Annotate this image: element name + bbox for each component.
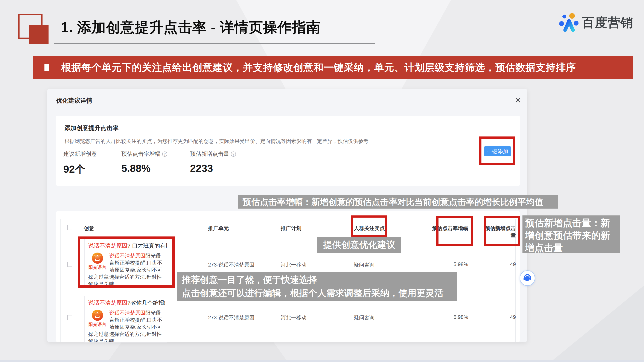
cell-selling-point: 疑问咨询 bbox=[354, 261, 374, 268]
slide-canvas: 1. 添加创意提升点击率 - 详情页操作指南 百度营销 根据每个单元下的关注点给… bbox=[0, 0, 644, 362]
advertiser-logo: 言 阳光语言 bbox=[88, 309, 107, 328]
cell-new-clicks: 49 bbox=[483, 314, 516, 320]
row-checkbox[interactable] bbox=[67, 315, 72, 320]
page-title: 1. 添加创意提升点击率 - 详情页操作指南 bbox=[61, 18, 320, 37]
stat-ctr-lift: 预估点击率增幅 ? 5.88% bbox=[121, 150, 167, 174]
select-all-checkbox[interactable] bbox=[67, 225, 72, 230]
stat-value: 2233 bbox=[190, 162, 236, 174]
headset-chat-icon bbox=[523, 273, 532, 283]
stat-divider bbox=[105, 151, 105, 181]
stat-value: 92个 bbox=[63, 162, 97, 176]
col-header-creative: 创意 bbox=[84, 225, 94, 232]
bg-bottom-strip bbox=[0, 360, 644, 362]
logo-glyph-icon: 言 bbox=[92, 310, 103, 321]
chat-support-button[interactable] bbox=[520, 270, 535, 286]
close-icon[interactable]: ✕ bbox=[513, 95, 523, 106]
cell-ctr-lift: 5.98% bbox=[425, 314, 468, 320]
cell-unit: 273-说话不清楚原因 bbox=[208, 261, 254, 268]
stat-label: 建议新增创意 bbox=[63, 150, 97, 158]
cell-selling-point: 疑问咨询 bbox=[354, 314, 374, 321]
title-underline bbox=[54, 43, 375, 44]
highlight-box-selling-point bbox=[351, 215, 388, 237]
stat-label: 预估新增点击量 bbox=[190, 150, 229, 158]
annotation-creative-list: 推荐创意一目了然，便于快速选择 点击创意还可以进行编辑，根据个人需求调整后采纳，… bbox=[177, 272, 458, 301]
cell-unit: 273-说话不清楚原因 bbox=[208, 314, 254, 321]
help-icon[interactable]: ? bbox=[162, 151, 167, 157]
logo-name: 阳光语言 bbox=[88, 322, 107, 328]
key-point-banner: 根据每个单元下的关注点给出创意建议，并支持修改创意和一键采纳，单元、计划层级支持… bbox=[33, 56, 632, 79]
stat-label: 预估点击率增幅 bbox=[121, 150, 160, 158]
summary-heading: 添加创意提升点击率 bbox=[64, 124, 118, 132]
cell-plan: 河北一移动 bbox=[281, 314, 306, 321]
highlight-box-ctr-column bbox=[436, 216, 473, 246]
banner-text: 根据每个单元下的关注点给出创意建议，并支持修改创意和一键采纳，单元、计划层级支持… bbox=[61, 61, 576, 74]
stat-value: 5.88% bbox=[121, 162, 167, 174]
cell-ctr-lift: 5.98% bbox=[425, 261, 468, 267]
decor-square-fill bbox=[29, 25, 48, 44]
stat-new-creatives: 建议新增创意 92个 bbox=[63, 150, 97, 176]
annotation-line1: 推荐创意一目了然，便于快速选择 bbox=[182, 273, 458, 287]
highlight-box-creative bbox=[78, 237, 175, 288]
stat-new-clicks: 预估新增点击量 ? 2233 bbox=[190, 150, 236, 174]
col-header-plan: 推广计划 bbox=[281, 225, 301, 232]
creative-card[interactable]: 说话不清楚原因?教你几个绝招! 言 阳光语言 说话不清楚原因阳光语言矫正学校提醒… bbox=[84, 296, 167, 343]
bg-shape bbox=[550, 285, 644, 362]
col-header-unit: 推广单元 bbox=[208, 225, 229, 232]
row-checkbox[interactable] bbox=[67, 262, 72, 267]
annotation-new-clicks: 预估新增点击量：新增创意预估带来的新增点击量 bbox=[522, 215, 620, 253]
creative-title: 说话不清楚原因?教你几个绝招! bbox=[88, 299, 163, 307]
annotation-suggestion: 提供创意优化建议 bbox=[318, 237, 401, 253]
banner-bullet-icon bbox=[44, 64, 49, 71]
baidu-paw-icon bbox=[559, 13, 579, 33]
highlight-box-clicks-column bbox=[484, 216, 520, 246]
cell-new-clicks: 49 bbox=[483, 261, 516, 267]
brand-name: 百度营销 bbox=[582, 14, 634, 31]
highlight-box-add-button bbox=[479, 136, 515, 165]
cell-plan: 河北一移动 bbox=[281, 261, 306, 268]
annotation-ctr-lift: 预估点击率增幅：新增创意的预估点击率对比当前创意点击率的增长比例平均值 bbox=[238, 195, 558, 209]
help-icon[interactable]: ? bbox=[231, 151, 236, 157]
brand-logo: 百度营销 bbox=[559, 13, 634, 33]
summary-description: 根据浏览您广告的人群比较关注的卖点，为您推荐更为匹配的创意，实际效果受出价、定向… bbox=[64, 138, 368, 145]
annotation-line2: 点击创意还可以进行编辑，根据个人需求调整后采纳，使用更灵活 bbox=[182, 287, 458, 300]
modal-title: 优化建议详情 bbox=[56, 97, 92, 105]
